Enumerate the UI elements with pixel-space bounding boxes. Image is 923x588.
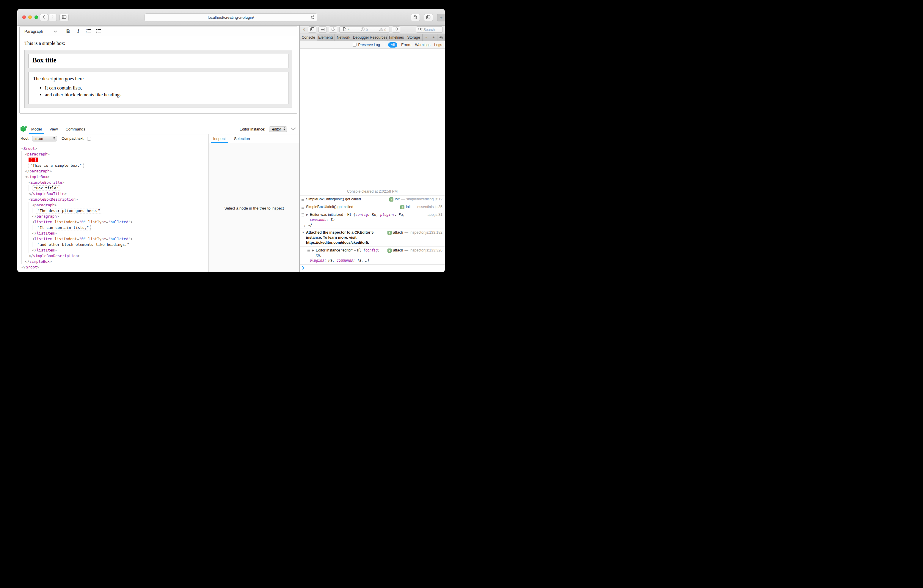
bold-button[interactable]: B bbox=[63, 27, 73, 35]
close-inspector-button[interactable]: ✕ bbox=[302, 27, 306, 32]
forward-button[interactable] bbox=[48, 14, 57, 21]
dock-bottom-button[interactable] bbox=[319, 26, 327, 33]
tree-row[interactable]: <$root> bbox=[21, 146, 209, 151]
source-location-link[interactable]: inspector.js:133:182 bbox=[410, 230, 442, 235]
minimize-window-button[interactable] bbox=[28, 15, 32, 19]
scope-errors[interactable]: Errors bbox=[401, 43, 411, 47]
share-button[interactable] bbox=[411, 14, 420, 21]
scope-all[interactable]: All bbox=[388, 42, 397, 48]
editor-content[interactable]: This is a simple box: Box title The desc… bbox=[20, 36, 297, 113]
web-page: Paragraph B I 12 This is a simple bbox=[17, 26, 299, 272]
simple-box-title[interactable]: Box title bbox=[28, 54, 288, 68]
console-message[interactable]: ▶Editor instance "editor" – Hl {config: … bbox=[300, 246, 445, 264]
simple-box-description[interactable]: The description goes here. It can contai… bbox=[28, 72, 288, 104]
preserve-log-label: Preserve Log bbox=[358, 43, 380, 47]
tree-row[interactable]: <simpleBoxDescription> bbox=[21, 197, 209, 202]
panel-tab-inspect[interactable]: Inspect bbox=[213, 135, 226, 143]
tree-row[interactable]: "The description goes here." bbox=[21, 208, 209, 214]
paragraph-style-dropdown[interactable]: Paragraph bbox=[23, 29, 58, 34]
devtools-tab-network[interactable]: Network bbox=[335, 34, 352, 41]
source-location-link[interactable]: inspector.js:133:326 bbox=[410, 248, 442, 253]
italic-button[interactable]: I bbox=[73, 27, 83, 35]
close-window-button[interactable] bbox=[22, 15, 26, 19]
source-location-link[interactable]: essentials.js:35 bbox=[417, 205, 442, 210]
console-pane[interactable]: Console cleared at 2:02:58 PM SimpleBoxE… bbox=[300, 49, 445, 272]
console-message[interactable]: ▶Editor was initialized – Hl {config: Kn… bbox=[300, 211, 445, 228]
tree-row[interactable]: "and other block elements like headings.… bbox=[21, 242, 209, 247]
tree-row[interactable]: <simpleBox> bbox=[21, 174, 209, 179]
source-location-link[interactable]: simpleboxediting.js:12 bbox=[406, 197, 442, 202]
new-tab-button[interactable]: + bbox=[437, 14, 445, 21]
devtools-tab-console[interactable]: Console bbox=[300, 34, 317, 41]
issues-summary-button[interactable]: 4 0 0 bbox=[339, 26, 390, 33]
console-prompt[interactable] bbox=[300, 264, 445, 272]
tree-row[interactable]: </listItem> bbox=[21, 247, 209, 253]
devtools-tab-timelines[interactable]: Timelines bbox=[388, 34, 405, 41]
tree-row[interactable]: <listItem listIndent="0" listType="bulle… bbox=[21, 219, 209, 225]
tree-row[interactable]: <paragraph> bbox=[21, 202, 209, 208]
collapse-inspector-button[interactable] bbox=[291, 127, 296, 131]
console-message[interactable]: ▼Attached the inspector to a CKEditor 5i… bbox=[300, 228, 445, 246]
tree-row[interactable]: <listItem listIndent="0" listType="bulle… bbox=[21, 236, 209, 242]
devtools-tab-elements[interactable]: Elements bbox=[317, 34, 335, 41]
disclosure-triangle[interactable]: ▶ bbox=[306, 213, 308, 216]
tree-row[interactable]: <paragraph> bbox=[21, 151, 209, 157]
editor-instance-select[interactable]: editor bbox=[269, 126, 287, 132]
source-location-link[interactable]: app.js:31 bbox=[428, 212, 442, 217]
sidebar-toggle-button[interactable] bbox=[59, 14, 69, 21]
overflow-tabs-button[interactable]: » bbox=[422, 34, 430, 41]
tree-row[interactable]: </paragraph> bbox=[21, 214, 209, 219]
bulleted-list-button[interactable] bbox=[94, 27, 103, 35]
warning-triangle-icon bbox=[379, 27, 383, 33]
panel-tab-selection[interactable]: Selection bbox=[234, 135, 250, 143]
tree-row[interactable]: </simpleBox> bbox=[21, 259, 209, 264]
console-link[interactable]: https://ckeditor.com/docs/ckeditor5 bbox=[306, 240, 368, 245]
tab-overview-button[interactable] bbox=[424, 14, 433, 21]
root-select[interactable]: main bbox=[32, 136, 57, 141]
log-lines-icon bbox=[307, 249, 310, 252]
scope-logs[interactable]: Logs bbox=[434, 43, 442, 47]
inspector-tab-model[interactable]: Model bbox=[31, 124, 42, 134]
inspector-tab-view[interactable]: View bbox=[49, 124, 57, 134]
inspector-header: 5 ModelViewCommands Editor instance: edi… bbox=[17, 124, 299, 135]
tree-row[interactable]: [ ] bbox=[21, 157, 209, 163]
address-bar[interactable]: localhost/creating-a-plugin/ bbox=[145, 13, 317, 21]
inspector-tab-commands[interactable]: Commands bbox=[66, 124, 85, 134]
ckeditor-logo-icon: 5 bbox=[20, 125, 28, 133]
devtools-tab-storage[interactable]: Storage bbox=[405, 34, 422, 41]
tree-row[interactable]: </listItem> bbox=[21, 230, 209, 236]
devtools-search-field[interactable]: Search bbox=[416, 26, 443, 33]
function-badge-icon: f bbox=[400, 205, 404, 209]
tree-row[interactable]: "It can contain lists," bbox=[21, 225, 209, 230]
console-message[interactable]: SimpleBoxUI#init() got calledfinit—essen… bbox=[300, 203, 445, 211]
plus-icon: + bbox=[440, 15, 443, 21]
back-button[interactable] bbox=[40, 14, 48, 21]
scope-warnings[interactable]: Warnings bbox=[415, 43, 430, 47]
tree-row[interactable]: </simpleBoxDescription> bbox=[21, 253, 209, 259]
compact-text-checkbox[interactable] bbox=[87, 137, 91, 141]
add-tab-button[interactable]: + bbox=[430, 34, 437, 41]
console-message[interactable]: SimpleBoxEditing#init() got calledfinit—… bbox=[300, 195, 445, 203]
numbered-list-button[interactable]: 12 bbox=[83, 27, 94, 35]
log-lines-icon bbox=[302, 206, 304, 209]
settings-tab-button[interactable] bbox=[437, 34, 445, 41]
tree-row[interactable]: <simpleBoxTitle> bbox=[21, 179, 209, 185]
element-picker-button[interactable] bbox=[392, 26, 400, 33]
tree-row[interactable]: "This is a simple box:" bbox=[21, 163, 209, 168]
reload-icon[interactable] bbox=[310, 15, 315, 21]
tree-row[interactable]: </$root> bbox=[21, 264, 209, 270]
zoom-window-button[interactable] bbox=[34, 15, 38, 19]
devtools-tab-resources[interactable]: Resources bbox=[370, 34, 388, 41]
reload-page-button[interactable] bbox=[329, 26, 337, 33]
tree-row[interactable]: </simpleBoxTitle> bbox=[21, 191, 209, 197]
simple-box-widget[interactable]: Box title The description goes here. It … bbox=[25, 50, 292, 108]
tree-row[interactable]: "Box title" bbox=[21, 185, 209, 191]
window-content: Paragraph B I 12 This is a simple bbox=[17, 26, 445, 272]
devtools-tab-debugger[interactable]: Debugger bbox=[352, 34, 370, 41]
tree-row[interactable]: </paragraph> bbox=[21, 168, 209, 174]
disclosure-triangle[interactable]: ▶ bbox=[312, 249, 314, 252]
disclosure-triangle[interactable]: ▼ bbox=[302, 231, 304, 234]
detach-inspector-button[interactable] bbox=[308, 26, 316, 33]
preserve-log-control[interactable]: Preserve Log bbox=[353, 43, 380, 47]
preserve-log-checkbox[interactable] bbox=[353, 43, 356, 47]
